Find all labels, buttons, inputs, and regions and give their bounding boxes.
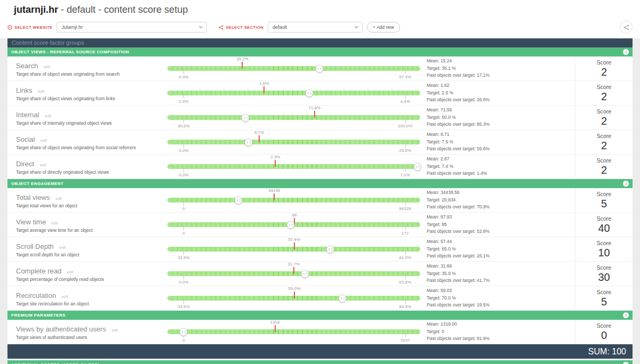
edit-link[interactable]: edit	[45, 114, 51, 118]
slider-handle[interactable]	[245, 138, 253, 146]
mean-marker: 71.6%	[314, 111, 315, 118]
edit-link[interactable]: edit	[67, 270, 74, 274]
slider-track[interactable]	[167, 198, 420, 203]
mean-marker-label: 15.2%	[236, 56, 249, 61]
share-button[interactable]	[620, 21, 633, 34]
stat-line: Target: 7.4 %	[427, 163, 575, 171]
factor-row: Recirculation edit Target site recircula…	[7, 286, 633, 311]
slider-handle[interactable]	[306, 89, 314, 97]
slider-track[interactable]	[167, 329, 420, 334]
target-slider: 33.5% 84.5% 59.0%	[167, 286, 420, 310]
stat-line: Past objects over target: 19.5%	[427, 302, 575, 309]
min-tick: 0.0%	[183, 166, 184, 172]
stat-line: Mean: 2.87	[427, 156, 575, 163]
slider-handle[interactable]	[286, 221, 294, 229]
stat-line: Mean: 31.66	[427, 263, 575, 270]
max-label: 3197	[401, 338, 410, 343]
factor-info: Links edit Target share of object views …	[7, 85, 167, 101]
max-label: 7.0%	[400, 173, 410, 177]
slider-handle[interactable]	[180, 328, 188, 336]
edit-link[interactable]: edit	[44, 64, 50, 69]
section-select-value: default	[273, 25, 287, 30]
score-value: 5	[601, 198, 607, 210]
row-description: Target share of directly originated obje…	[16, 169, 167, 175]
stat-line: Past objects over target: 70.9%	[427, 204, 575, 211]
website-select[interactable]: Jutarnji.hr	[57, 22, 207, 33]
score-value: 2	[601, 66, 607, 78]
website-icon	[7, 25, 12, 30]
slider-track[interactable]	[167, 164, 420, 169]
min-tick: 4	[183, 224, 184, 230]
factor-info: Search edit Target share of object views…	[7, 61, 167, 77]
max-tick: 3197	[405, 331, 406, 337]
edit-link[interactable]: edit	[52, 221, 58, 225]
row-description: Target scroll depth for an object	[16, 252, 167, 257]
row-title: View time	[16, 218, 46, 226]
info-icon[interactable]: i	[623, 362, 629, 364]
sections-extra: ADDITIONAL SCORES (ADDED ON TOP) i	[7, 360, 633, 364]
stat-line: Mean: 1318.00	[427, 321, 575, 328]
max-tick: 81.0%	[405, 248, 406, 255]
max-tick: 7.0%	[405, 166, 406, 172]
section-header: PREMIUM PARAMETERS i	[7, 311, 633, 320]
info-icon[interactable]: i	[623, 49, 629, 55]
slider-track[interactable]	[167, 115, 420, 120]
edit-link[interactable]: edit	[62, 294, 68, 299]
row-stats: Mean: 59.03Target: 70.0 %Past objects ov…	[420, 287, 575, 309]
edit-link[interactable]: edit	[111, 328, 118, 333]
slider-handle[interactable]	[326, 245, 334, 253]
min-label: 30.6%	[178, 124, 190, 128]
edit-link[interactable]: edit	[38, 89, 44, 94]
mean-marker: 1318	[275, 325, 276, 332]
target-slider: 0.0% 7.0% 2.9%	[167, 155, 420, 179]
content-score-panel: Content score factor groups OBJECT VIEWS…	[7, 38, 633, 364]
add-new-button[interactable]: + Add new	[367, 22, 400, 33]
row-title: Links	[16, 86, 32, 94]
slider-track[interactable]	[167, 91, 420, 95]
min-label: 33.9%	[178, 255, 190, 260]
edit-link[interactable]: edit	[41, 138, 47, 143]
slider-handle[interactable]	[315, 64, 323, 72]
max-label: 63.8%	[399, 280, 411, 285]
score-value: 2	[601, 164, 607, 176]
slider-handle[interactable]	[234, 196, 242, 204]
max-label: 4.4%	[400, 99, 410, 104]
page-title: jutarnji.hr - default - content score se…	[7, 3, 633, 17]
edit-link[interactable]: edit	[55, 196, 62, 201]
row-title: Direct	[16, 160, 34, 168]
score-value: 10	[598, 247, 610, 259]
mean-marker-label: 59.0%	[289, 286, 301, 291]
mean-marker-label: 88	[292, 213, 297, 217]
factor-info: Scroll Depth edit Target scroll depth fo…	[7, 241, 167, 257]
stat-line: Target: 85	[427, 221, 575, 229]
row-stats: Mean: 57.44Target: 65.0 %Past objects ov…	[420, 238, 575, 260]
min-label: 0	[182, 206, 185, 211]
row-stats: Mean: 15.24Target: 35.1 %Past objects ov…	[420, 58, 575, 79]
factor-row: Search edit Target share of object views…	[7, 56, 633, 81]
row-description: Target share of object views originating…	[16, 71, 167, 77]
stat-line: Past objects over target: 55.6%	[427, 145, 575, 153]
section-select[interactable]: default	[268, 22, 363, 33]
edit-link[interactable]: edit	[59, 245, 66, 250]
mean-marker-label: 8.7%	[254, 130, 264, 135]
share-icon	[623, 25, 629, 30]
slider-handle[interactable]	[414, 163, 422, 171]
target-slider: 33.9% 81.0% 57.4%	[167, 237, 420, 261]
score-label: Score	[597, 84, 611, 90]
target-slider: 30.6% 100.0% 71.6%	[167, 106, 420, 130]
mean-marker-label: 1.6%	[259, 81, 269, 86]
edit-link[interactable]: edit	[39, 163, 46, 167]
slider-track[interactable]	[167, 66, 420, 71]
slider-handle[interactable]	[242, 114, 250, 122]
slider-handle[interactable]	[301, 270, 309, 278]
slider-track[interactable]	[167, 140, 420, 144]
mean-marker: 8.7%	[259, 135, 260, 142]
stat-line: Target: 0	[427, 328, 575, 336]
section-header: ADDITIONAL SCORES (ADDED ON TOP) i	[7, 360, 633, 364]
info-icon[interactable]: i	[623, 312, 629, 318]
info-icon[interactable]: i	[623, 181, 629, 187]
mean-marker: 57.4%	[294, 242, 295, 249]
max-label: 172	[402, 231, 409, 236]
slider-handle[interactable]	[338, 294, 346, 302]
min-label: 0.0%	[179, 173, 188, 177]
